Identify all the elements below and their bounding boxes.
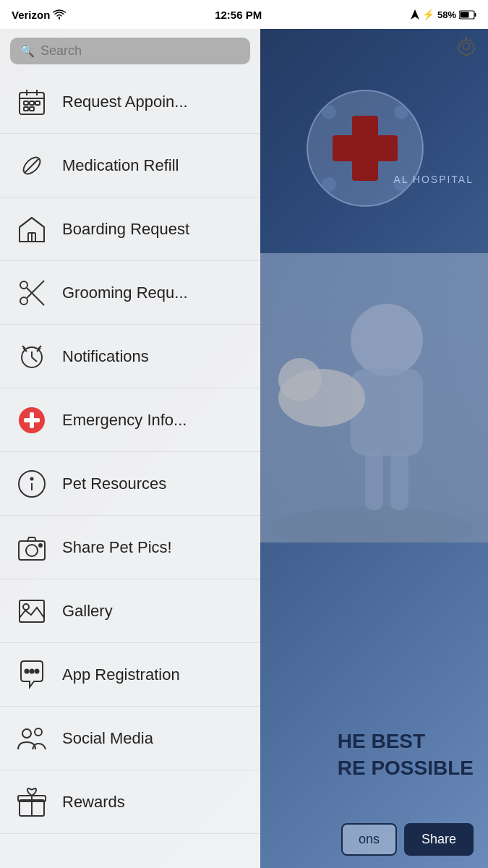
battery-icon: [459, 10, 476, 20]
alarm-icon: [14, 339, 49, 374]
menu-item-gallery[interactable]: Gallery: [0, 579, 260, 643]
status-right: ⚡ 58%: [411, 9, 476, 20]
sidebar: 🔍 Request Appoin...: [0, 29, 260, 868]
svg-point-55: [25, 669, 29, 673]
location-icon: [411, 9, 419, 20]
options-button[interactable]: ons: [341, 823, 397, 856]
tagline-line1: HE BEST: [338, 728, 474, 754]
svg-rect-9: [351, 369, 423, 456]
svg-rect-24: [30, 101, 34, 105]
menu-item-app-registration[interactable]: App Registration: [0, 643, 260, 707]
photo-area: [257, 253, 488, 542]
svg-line-43: [38, 346, 41, 349]
house-icon: [14, 212, 49, 247]
svg-line-42: [22, 346, 25, 349]
menu-label-rewards: Rewards: [62, 793, 125, 812]
svg-marker-14: [411, 9, 419, 20]
svg-line-39: [32, 357, 37, 362]
svg-rect-16: [475, 13, 476, 17]
gear-icon[interactable]: [456, 36, 476, 61]
menu-label-gallery: Gallery: [62, 602, 113, 621]
menu-item-notifications[interactable]: Notifications: [0, 325, 260, 388]
social-icon: [14, 721, 49, 756]
info-icon: [14, 467, 49, 501]
svg-rect-12: [365, 452, 383, 510]
menu-item-social-media[interactable]: Social Media: [0, 707, 260, 770]
svg-point-4: [394, 105, 408, 119]
wifi-icon: [53, 9, 66, 20]
text-overlay: HE BEST RE POSSIBLE: [338, 728, 474, 781]
pill-icon: [14, 148, 49, 183]
svg-point-56: [30, 669, 34, 673]
search-input[interactable]: [40, 43, 240, 59]
svg-point-18: [463, 43, 470, 50]
svg-point-5: [322, 177, 336, 192]
svg-rect-25: [35, 101, 40, 105]
svg-rect-17: [461, 12, 469, 17]
svg-point-58: [22, 729, 31, 738]
menu-list: Request Appoin... Medication Refill: [0, 70, 260, 868]
svg-rect-53: [20, 600, 44, 622]
svg-line-29: [25, 158, 39, 173]
status-time: 12:56 PM: [215, 9, 262, 21]
svg-rect-2: [333, 135, 398, 161]
menu-item-share-pet-pics[interactable]: Share Pet Pics!: [0, 516, 260, 579]
menu-item-grooming-request[interactable]: Grooming Requ...: [0, 261, 260, 325]
menu-label-pet-resources: Pet Resources: [62, 475, 166, 493]
menu-label-emergency-info: Emergency Info...: [62, 411, 187, 430]
menu-label-share-pet-pics: Share Pet Pics!: [62, 538, 172, 557]
svg-point-7: [271, 506, 474, 542]
svg-rect-46: [24, 418, 40, 422]
menu-item-request-appointment[interactable]: Request Appoin...: [0, 70, 260, 134]
svg-point-59: [35, 728, 42, 736]
svg-rect-13: [390, 452, 408, 510]
emergency-icon: [14, 403, 49, 438]
svg-point-8: [351, 304, 423, 376]
menu-label-social-media: Social Media: [62, 729, 153, 748]
menu-label-grooming-request: Grooming Requ...: [62, 284, 188, 302]
svg-point-57: [35, 669, 39, 673]
search-icon: 🔍: [20, 44, 35, 58]
calendar-icon: [14, 85, 49, 119]
svg-point-51: [26, 545, 38, 556]
carrier-label: Verizon: [12, 9, 50, 21]
camera-icon: [14, 530, 49, 565]
menu-item-boarding-request[interactable]: Boarding Request: [0, 197, 260, 261]
search-bar[interactable]: 🔍: [10, 38, 250, 64]
svg-line-36: [27, 281, 44, 298]
gallery-icon: [14, 594, 49, 629]
menu-label-boarding-request: Boarding Request: [62, 220, 189, 239]
svg-point-34: [20, 297, 27, 305]
logo-area: [257, 58, 474, 239]
scissors-icon: [14, 276, 49, 310]
status-bar: Verizon 12:56 PM ⚡ 58%: [0, 0, 488, 29]
menu-item-rewards[interactable]: Rewards: [0, 770, 260, 834]
menu-item-medication-refill[interactable]: Medication Refill: [0, 134, 260, 197]
svg-point-3: [322, 105, 336, 119]
battery-label: 58%: [437, 9, 456, 20]
svg-rect-23: [24, 101, 28, 105]
svg-point-49: [31, 477, 33, 480]
svg-point-54: [23, 604, 29, 610]
menu-label-medication-refill: Medication Refill: [62, 156, 179, 175]
gift-icon: [14, 785, 49, 820]
tagline-line2: RE POSSIBLE: [338, 755, 474, 781]
svg-point-11: [278, 358, 322, 401]
chat-icon: [14, 658, 49, 692]
svg-rect-27: [30, 107, 34, 111]
status-left: Verizon: [12, 9, 66, 21]
bluetooth-icon: ⚡: [422, 9, 435, 20]
menu-label-notifications: Notifications: [62, 347, 149, 366]
menu-label-app-registration: App Registration: [62, 665, 180, 684]
menu-label-request-appointment: Request Appoin...: [62, 93, 188, 111]
svg-rect-26: [24, 107, 28, 111]
svg-point-52: [39, 544, 42, 547]
svg-point-33: [20, 281, 27, 289]
share-button[interactable]: Share: [404, 823, 474, 856]
menu-item-pet-resources[interactable]: Pet Resources: [0, 452, 260, 516]
menu-item-emergency-info[interactable]: Emergency Info...: [0, 388, 260, 452]
svg-line-35: [27, 288, 44, 305]
